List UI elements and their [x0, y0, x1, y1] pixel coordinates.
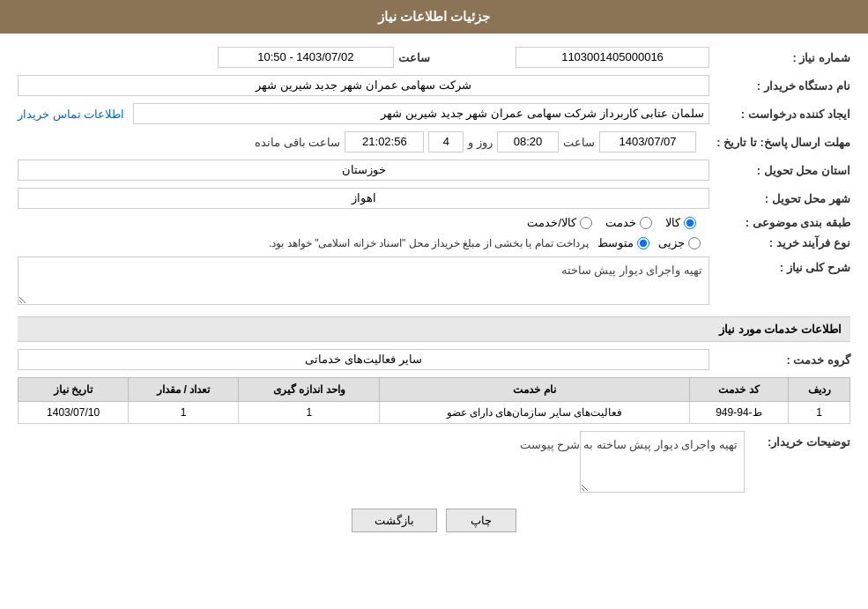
shahr-row: شهر محل تحویل : اهواز	[18, 188, 850, 209]
back-button[interactable]: بازگشت	[352, 509, 437, 532]
buttons-row: بازگشت چاپ	[18, 509, 850, 532]
radio-khadamat-label: خدمت	[605, 216, 636, 229]
tabaqe-label: طبقه بندی موضوعی :	[709, 216, 850, 229]
mohlat-label: مهلت ارسال پاسخ: تا تاریخ :	[701, 136, 850, 149]
grohe-label: گروه خدمت :	[709, 353, 850, 367]
sharh-label: شرح کلی نیاز :	[709, 256, 850, 274]
contact-link[interactable]: اطلاعات تماس خریدار	[18, 108, 124, 121]
remaining-label: ساعت باقی مانده	[255, 136, 340, 149]
sharh-textarea[interactable]	[18, 256, 709, 305]
ostan-label: استان محل تحویل :	[709, 164, 850, 177]
col-tedad: تعداد / مقدار	[129, 378, 239, 402]
col-nam: نام خدمت	[380, 378, 689, 402]
radio-jozi-label: جزیی	[658, 236, 685, 249]
tabaqe-row: طبقه بندی موضوعی : کالا خدمت کالا/خدمت	[18, 216, 850, 229]
ostan-value: خوزستان	[18, 160, 709, 181]
radio-kala-label: کالا	[665, 216, 680, 229]
radio-jozi: جزیی	[658, 236, 701, 249]
shahr-value: اهواز	[18, 188, 709, 209]
shahr-label: شهر محل تحویل :	[709, 192, 850, 205]
shomara-label: شماره نیاز :	[709, 51, 850, 64]
radio-kala-khadamat-input[interactable]	[580, 217, 592, 229]
section-title: اطلاعات خدمات مورد نیاز	[18, 316, 850, 342]
shomara-value: 1103001405000016	[516, 47, 709, 68]
cell-nam: فعالیت‌های سایر سازمان‌های دارای عضو	[380, 402, 689, 424]
radio-jozi-input[interactable]	[688, 237, 701, 249]
col-tarikh: تاریخ نیاز	[19, 378, 129, 402]
shomara-row: شماره نیاز : 1103001405000016 ساعت 1403/…	[18, 47, 850, 68]
radio-motavasset: متوسط	[597, 236, 649, 249]
col-kod: کد خدمت	[689, 378, 789, 402]
ostan-row: استان محل تحویل : خوزستان	[18, 160, 850, 181]
tarikh-value: 1403/07/02 - 10:50	[218, 47, 394, 68]
cell-radif: 1	[789, 402, 850, 424]
services-table: ردیف کد خدمت نام خدمت واحد اندازه گیری ت…	[18, 377, 850, 424]
mohlat-remaining: 21:02:56	[345, 131, 424, 152]
tarikh-label: ساعت	[394, 51, 430, 64]
page-title: جزئیات اطلاعات نیاز	[378, 9, 490, 24]
noe-label: نوع فرآیند خرید :	[709, 236, 850, 249]
time-label: ساعت	[563, 136, 595, 149]
sharh-row: شرح کلی نیاز : تهیه واجرای دیوار پیش ساخ…	[18, 256, 850, 308]
radio-kala-khadamat-label: کالا/خدمت	[527, 216, 576, 229]
radio-kala-khadamat: کالا/خدمت	[527, 216, 592, 229]
cell-vahed: 1	[239, 402, 380, 424]
radio-kala-input[interactable]	[684, 217, 696, 229]
mohlat-row: مهلت ارسال پاسخ: تا تاریخ : 1403/07/07 س…	[18, 131, 850, 152]
cell-kod: ط-94-949	[689, 402, 789, 424]
table-row: 1 ط-94-949 فعالیت‌های سایر سازمان‌های دا…	[19, 402, 850, 424]
page-header: جزئیات اطلاعات نیاز	[0, 0, 868, 33]
ijad-row: ایجاد کننده درخواست : سلمان عتابی کاربرد…	[18, 103, 850, 124]
dastgah-label: نام دستگاه خریدار :	[709, 79, 850, 93]
radio-khadamat-input[interactable]	[640, 217, 652, 229]
grohe-value: سایر فعالیت‌های خدماتی	[18, 349, 709, 370]
ijad-label: ایجاد کننده درخواست :	[709, 108, 850, 121]
mohlat-date: 1403/07/07	[599, 131, 696, 152]
main-content: شماره نیاز : 1103001405000016 ساعت 1403/…	[0, 33, 868, 546]
radio-motavasset-input[interactable]	[637, 237, 649, 249]
mohlat-days: 4	[428, 131, 464, 152]
col-radif: ردیف	[789, 378, 850, 402]
radio-motavasset-label: متوسط	[597, 236, 634, 249]
day-label: روز و	[468, 136, 493, 149]
ijad-value: سلمان عتابی کاربرداز شرکت سهامی عمران شه…	[133, 103, 709, 124]
cell-tedad: 1	[129, 402, 239, 424]
dastgah-value: شرکت سهامی عمران شهر جدید شیرین شهر	[18, 75, 709, 96]
noe-row: نوع فرآیند خرید : جزیی متوسط پرداخت تمام…	[18, 236, 850, 249]
tozihat-container: توضیحات خریدار: تهیه واجرای دیوار پیش سا…	[18, 431, 850, 495]
radio-khadamat: خدمت	[605, 216, 652, 229]
page-container: جزئیات اطلاعات نیاز شماره نیاز : 1103001…	[0, 0, 868, 609]
cell-tarikh: 1403/07/10	[19, 402, 129, 424]
tozihat-label: توضیحات خریدار:	[745, 431, 850, 449]
mohlat-time: 08:20	[497, 131, 559, 152]
grohe-row: گروه خدمت : سایر فعالیت‌های خدماتی	[18, 349, 850, 370]
dastgah-row: نام دستگاه خریدار : شرکت سهامی عمران شهر…	[18, 75, 850, 96]
purchase-note: پرداخت تمام یا بخشی از مبلغ خریداز محل "…	[18, 237, 589, 249]
radio-kala: کالا	[665, 216, 696, 229]
tozihat-textarea[interactable]	[580, 431, 745, 493]
col-vahed: واحد اندازه گیری	[239, 378, 380, 402]
print-button[interactable]: چاپ	[446, 509, 516, 532]
